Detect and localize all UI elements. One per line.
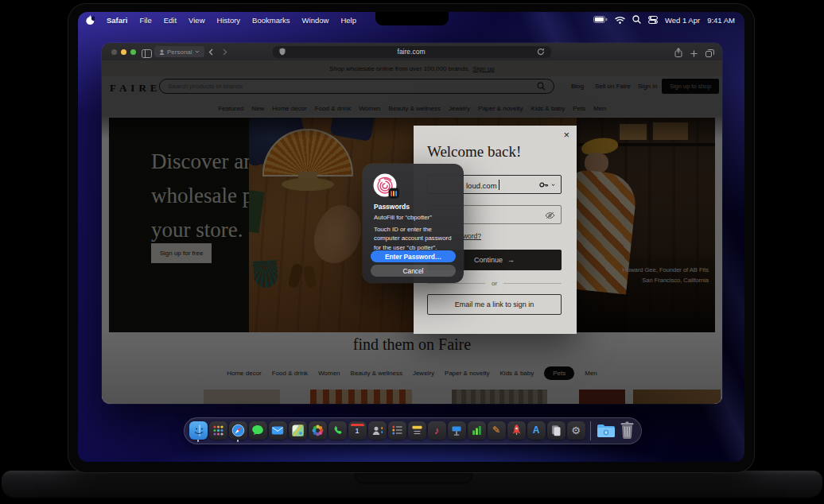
cancel-button[interactable]: Cancel: [371, 265, 456, 277]
macbook-base: [2, 471, 822, 498]
apple-logo-icon: [86, 15, 95, 25]
email-value: loud.com: [466, 181, 497, 190]
dock-notes-icon[interactable]: [408, 421, 426, 442]
dock-keynote-icon[interactable]: [448, 421, 466, 442]
touchid-dialog: Passwords AutoFill for “cbpotter” Touch …: [363, 164, 464, 283]
text-caret: [499, 180, 499, 190]
dock-calendar-icon[interactable]: 1: [348, 421, 367, 442]
dock-numbers-icon[interactable]: [468, 421, 486, 442]
modal-title: Welcome back!: [427, 143, 521, 161]
camera-notch: [375, 12, 449, 25]
forward-button[interactable]: [220, 46, 231, 57]
person-icon: [159, 49, 165, 55]
menu-history[interactable]: History: [217, 16, 241, 25]
dock-contacts-icon[interactable]: [368, 421, 387, 442]
menu-file[interactable]: File: [139, 16, 151, 25]
dock-music-icon[interactable]: ♪: [428, 421, 446, 442]
passwords-app-badge: [389, 188, 398, 198]
dialog-app-name: Passwords: [374, 203, 410, 211]
reload-icon[interactable]: [537, 48, 545, 56]
dialog-body-text: Touch ID or enter the computer account p…: [374, 225, 455, 252]
back-button[interactable]: [205, 46, 216, 57]
url-text: faire.com: [286, 48, 537, 56]
window-minimize-button[interactable]: [121, 49, 126, 55]
search-icon[interactable]: [632, 15, 641, 25]
address-bar[interactable]: faire.com: [273, 46, 551, 58]
safari-window: Personal faire.com: [102, 43, 722, 404]
dock-maps-icon[interactable]: [289, 421, 307, 442]
faire-page: Shop wholesale online from over 100,000 …: [102, 60, 722, 404]
show-password-eye-icon[interactable]: [545, 211, 555, 219]
passkey-key-icon[interactable]: [539, 181, 555, 188]
tab-overview-icon[interactable]: [705, 46, 714, 60]
menu-bookmarks[interactable]: Bookmarks: [252, 16, 290, 25]
dock-pages-icon[interactable]: ✎: [488, 421, 506, 442]
macbook-mockup: Safari File Edit View History Bookmarks …: [0, 0, 824, 504]
dock-separator: [590, 421, 591, 440]
menu-view[interactable]: View: [189, 16, 204, 25]
wifi-icon[interactable]: [615, 16, 625, 25]
apple-menu[interactable]: [86, 15, 95, 25]
dock-photos-icon[interactable]: [309, 421, 327, 442]
menubar-date[interactable]: Wed 1 Apr: [665, 16, 700, 25]
control-center-icon[interactable]: [648, 16, 658, 25]
dock-app-store-icon[interactable]: A: [527, 421, 546, 442]
dock-settings-icon[interactable]: ⚙: [567, 421, 585, 442]
dock-reminders-icon[interactable]: [388, 421, 406, 442]
dock-launchpad-icon[interactable]: [209, 421, 227, 442]
dock-safari-icon[interactable]: [229, 421, 247, 442]
dock-facetime-icon[interactable]: [328, 421, 347, 442]
macbook-screen: Safari File Edit View History Bookmarks …: [68, 4, 754, 472]
desktop-wallpaper: Safari File Edit View History Bookmarks …: [78, 12, 744, 462]
sidebar-icon[interactable]: [142, 47, 152, 61]
profile-switcher[interactable]: Personal: [154, 46, 204, 57]
arrow-right-icon: →: [507, 256, 515, 264]
dock-finder-icon[interactable]: [189, 421, 208, 442]
menu-window[interactable]: Window: [302, 16, 329, 25]
dock-freeform-icon[interactable]: [547, 421, 566, 442]
dock-messages-icon[interactable]: [249, 421, 267, 442]
battery-icon[interactable]: [593, 16, 608, 25]
safari-toolbar: Personal faire.com: [102, 43, 722, 60]
dock-trash-icon[interactable]: [618, 421, 637, 442]
chevron-down-icon: [195, 50, 200, 53]
dock-rocket-icon[interactable]: [507, 421, 526, 442]
menubar-clock[interactable]: 9:41 AM: [707, 16, 735, 25]
dialog-autofill-line: AutoFill for “cbpotter”: [374, 214, 432, 221]
new-tab-icon[interactable]: [690, 46, 698, 60]
window-close-button[interactable]: [111, 49, 117, 55]
dock-downloads-folder-icon[interactable]: [596, 421, 616, 442]
macbook-lid-notch: [354, 471, 473, 484]
menu-edit[interactable]: Edit: [164, 16, 177, 25]
menu-safari[interactable]: Safari: [107, 16, 127, 25]
close-icon[interactable]: ×: [563, 130, 569, 140]
chevron-down-icon: [551, 184, 555, 187]
enter-password-button[interactable]: Enter Password…: [371, 250, 456, 262]
email-link-button[interactable]: Email me a link to sign in: [427, 294, 562, 315]
share-icon[interactable]: [674, 46, 682, 60]
dock: 1 ♪: [184, 417, 642, 444]
dock-mail-icon[interactable]: [269, 421, 287, 442]
privacy-shield-icon[interactable]: [279, 48, 286, 56]
window-zoom-button[interactable]: [130, 49, 136, 55]
menu-help[interactable]: Help: [340, 16, 356, 25]
